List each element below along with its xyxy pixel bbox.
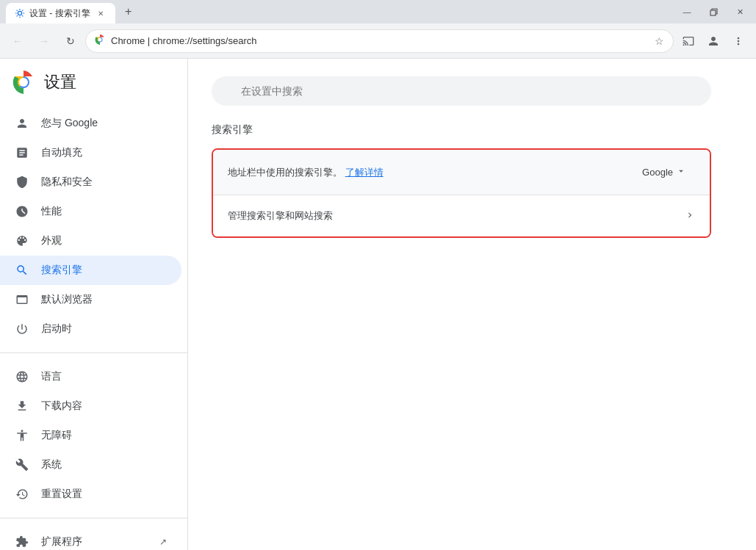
sidebar-divider-1 — [0, 352, 187, 353]
profile-button[interactable] — [702, 29, 725, 53]
sidebar-item-reset[interactable]: 重置设置 — [0, 480, 181, 509]
cast-icon — [683, 35, 694, 47]
close-button[interactable]: ✕ — [730, 4, 750, 19]
url-text: Chrome | chrome://settings/search — [111, 35, 649, 46]
search-bar-container — [212, 76, 732, 106]
sidebar-item-extensions[interactable]: 扩展程序 ↗ — [0, 527, 181, 550]
sidebar-section-1: 您与 Google 自动填充 隐私和安全 性能 — [0, 106, 187, 347]
article-icon — [15, 146, 29, 159]
sidebar-item-language[interactable]: 语言 — [0, 362, 181, 391]
sidebar-item-downloads-label: 下载内容 — [41, 399, 82, 413]
chrome-icon — [95, 35, 105, 47]
refresh-icon: ↻ — [66, 35, 75, 47]
search-engine-control: Google — [633, 162, 695, 183]
download-icon — [15, 399, 29, 413]
sidebar-item-appearance-label: 外观 — [41, 234, 62, 247]
sidebar-item-startup-label: 启动时 — [41, 322, 72, 336]
sidebar-item-system[interactable]: 系统 — [0, 450, 181, 480]
svg-point-0 — [18, 11, 21, 15]
sidebar-item-search[interactable]: 搜索引擎 — [0, 256, 181, 285]
search-container — [212, 76, 711, 106]
sidebar-item-privacy[interactable]: 隐私和安全 — [0, 167, 181, 197]
tab-close-button[interactable]: ✕ — [95, 7, 107, 19]
svg-point-3 — [98, 38, 102, 42]
sidebar-item-performance-label: 性能 — [41, 205, 62, 218]
learn-more-link[interactable]: 了解详情 — [345, 167, 384, 178]
address-bar-actions: ☆ — [655, 35, 664, 47]
sidebar-divider-2 — [0, 518, 187, 518]
browser-icon — [15, 293, 29, 306]
search-engine-label: 地址栏中使用的搜索引擎。 — [228, 167, 342, 178]
sidebar-item-autofill-label: 自动填充 — [41, 146, 82, 159]
power-icon — [15, 322, 29, 336]
forward-button[interactable]: → — [32, 29, 56, 53]
sidebar-section-2: 语言 下载内容 无障碍 系统 — [0, 359, 187, 512]
sidebar-item-browser-label: 默认浏览器 — [41, 293, 93, 306]
sidebar-item-reset-label: 重置设置 — [41, 488, 82, 501]
sidebar-item-autofill[interactable]: 自动填充 — [0, 138, 181, 167]
settings-card: 地址栏中使用的搜索引擎。 了解详情 Google 管理搜索引擎和网站搜索 — [212, 148, 711, 238]
sidebar-item-extensions-label: 扩展程序 — [41, 535, 82, 549]
sidebar-section-3: 扩展程序 ↗ — [0, 524, 187, 550]
external-link-icon: ↗ — [159, 537, 167, 547]
chevron-right-icon — [685, 210, 695, 222]
bookmark-icon[interactable]: ☆ — [655, 35, 664, 47]
palette-icon — [15, 234, 29, 247]
address-bar[interactable]: Chrome | chrome://settings/search ☆ — [85, 29, 674, 53]
sidebar-item-language-label: 语言 — [41, 370, 62, 383]
svg-point-5 — [19, 78, 28, 87]
puzzle-icon — [15, 535, 29, 549]
search-engine-value: Google — [642, 167, 673, 178]
manage-search-engines-label: 管理搜索引擎和网站搜索 — [228, 209, 333, 222]
history-icon — [15, 488, 29, 501]
sidebar-item-accessibility-label: 无障碍 — [41, 429, 72, 442]
sidebar-item-appearance[interactable]: 外观 — [0, 226, 181, 256]
new-tab-button[interactable]: + — [118, 1, 139, 22]
restore-button[interactable] — [703, 4, 724, 19]
sidebar-item-google-label: 您与 Google — [41, 117, 98, 130]
window-controls: — ✕ — [677, 4, 750, 19]
speed-icon — [15, 205, 29, 218]
sidebar-item-privacy-label: 隐私和安全 — [41, 176, 93, 189]
sidebar-title: 设置 — [44, 71, 76, 93]
search-engine-row: 地址栏中使用的搜索引擎。 了解详情 Google — [213, 150, 710, 195]
manage-search-engines-row[interactable]: 管理搜索引擎和网站搜索 — [213, 195, 710, 236]
minimize-button[interactable]: — — [677, 4, 697, 19]
tab-title: 设置 - 搜索引擎 — [29, 7, 90, 20]
menu-icon — [732, 35, 744, 47]
person-icon — [15, 117, 29, 130]
section-title: 搜索引擎 — [212, 123, 732, 137]
sidebar-item-system-label: 系统 — [41, 458, 62, 471]
accessibility-icon — [15, 429, 29, 442]
shield-icon — [15, 176, 29, 189]
refresh-button[interactable]: ↻ — [59, 29, 82, 53]
forward-icon: → — [39, 35, 49, 47]
globe-icon — [15, 370, 29, 383]
dropdown-arrow-icon — [676, 166, 686, 178]
profile-icon — [707, 35, 720, 48]
titlebar: 设置 - 搜索引擎 ✕ + — ✕ — [0, 0, 756, 23]
back-button[interactable]: ← — [6, 29, 29, 53]
sidebar-item-downloads[interactable]: 下载内容 — [0, 391, 181, 421]
sidebar-item-search-label: 搜索引擎 — [41, 264, 82, 277]
chrome-logo — [12, 70, 35, 94]
sidebar-header: 设置 — [0, 70, 187, 106]
sidebar-item-browser[interactable]: 默认浏览器 — [0, 285, 181, 314]
restore-icon — [710, 8, 718, 16]
sidebar-item-accessibility[interactable]: 无障碍 — [0, 421, 181, 450]
sidebar-item-performance[interactable]: 性能 — [0, 197, 181, 226]
settings-tab-icon — [15, 8, 25, 18]
active-tab[interactable]: 设置 - 搜索引擎 ✕ — [6, 3, 115, 23]
sidebar: 设置 您与 Google 自动填充 隐私和安全 — [0, 59, 188, 550]
sidebar-item-startup[interactable]: 启动时 — [0, 314, 181, 344]
svg-rect-1 — [710, 10, 716, 15]
cast-button[interactable] — [677, 29, 700, 53]
search-engine-dropdown[interactable]: Google — [633, 162, 695, 183]
wrench-icon — [15, 458, 29, 471]
search-input[interactable] — [212, 76, 711, 106]
toolbar: ← → ↻ Chrome | chrome://settings/search … — [0, 23, 756, 59]
menu-button[interactable] — [727, 29, 750, 53]
search-icon — [15, 264, 29, 277]
back-icon: ← — [12, 35, 23, 47]
sidebar-item-google[interactable]: 您与 Google — [0, 109, 181, 138]
